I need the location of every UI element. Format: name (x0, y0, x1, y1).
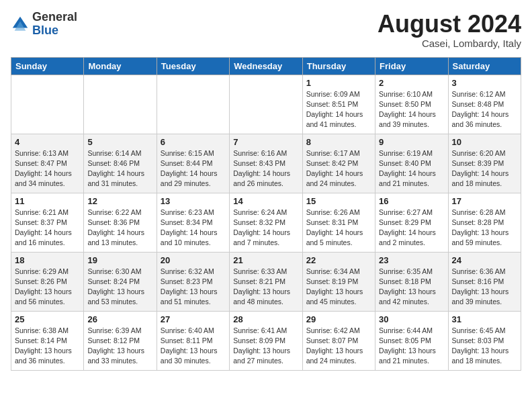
day-info: Sunrise: 6:41 AM Sunset: 8:09 PM Dayligh… (233, 326, 298, 367)
day-number: 10 (452, 137, 517, 147)
day-info: Sunrise: 6:26 AM Sunset: 8:31 PM Dayligh… (306, 208, 371, 248)
calendar-cell: 27Sunrise: 6:40 AM Sunset: 8:11 PM Dayli… (157, 311, 229, 370)
day-number: 6 (161, 137, 226, 147)
calendar-cell: 1Sunrise: 6:09 AM Sunset: 8:51 PM Daylig… (302, 75, 375, 134)
day-info: Sunrise: 6:21 AM Sunset: 8:37 PM Dayligh… (15, 208, 80, 248)
weekday-header-cell: Friday (375, 57, 448, 75)
day-number: 13 (161, 196, 226, 206)
day-info: Sunrise: 6:09 AM Sunset: 8:51 PM Dayligh… (306, 89, 371, 130)
day-number: 23 (379, 255, 444, 265)
day-info: Sunrise: 6:33 AM Sunset: 8:21 PM Dayligh… (233, 267, 298, 308)
day-number: 17 (452, 196, 517, 206)
calendar-cell: 21Sunrise: 6:33 AM Sunset: 8:21 PM Dayli… (230, 252, 302, 311)
day-number: 12 (87, 196, 152, 206)
calendar-cell: 10Sunrise: 6:20 AM Sunset: 8:39 PM Dayli… (448, 134, 521, 193)
day-number: 15 (306, 196, 371, 206)
calendar-cell: 7Sunrise: 6:16 AM Sunset: 8:43 PM Daylig… (230, 134, 302, 193)
day-number: 25 (15, 314, 80, 324)
day-info: Sunrise: 6:13 AM Sunset: 8:47 PM Dayligh… (15, 148, 80, 189)
calendar-week-row: 18Sunrise: 6:29 AM Sunset: 8:26 PM Dayli… (11, 252, 521, 311)
calendar-body: 1Sunrise: 6:09 AM Sunset: 8:51 PM Daylig… (11, 75, 521, 370)
day-info: Sunrise: 6:20 AM Sunset: 8:39 PM Dayligh… (452, 148, 517, 189)
calendar-cell: 29Sunrise: 6:42 AM Sunset: 8:07 PM Dayli… (302, 311, 375, 370)
weekday-header-cell: Tuesday (157, 57, 229, 75)
day-info: Sunrise: 6:30 AM Sunset: 8:24 PM Dayligh… (87, 267, 152, 308)
header: General Blue August 2024 Casei, Lombardy… (11, 11, 521, 49)
logo: General Blue (11, 11, 77, 38)
day-number: 5 (87, 137, 152, 147)
logo-general-text: General (32, 10, 77, 24)
day-info: Sunrise: 6:22 AM Sunset: 8:36 PM Dayligh… (87, 208, 152, 248)
day-number: 4 (15, 137, 80, 147)
day-info: Sunrise: 6:17 AM Sunset: 8:42 PM Dayligh… (306, 148, 371, 189)
day-info: Sunrise: 6:29 AM Sunset: 8:26 PM Dayligh… (15, 267, 80, 308)
weekday-header-cell: Thursday (302, 57, 375, 75)
calendar-cell: 20Sunrise: 6:32 AM Sunset: 8:23 PM Dayli… (157, 252, 229, 311)
calendar-cell (230, 75, 302, 134)
day-number: 1 (306, 78, 371, 88)
day-number: 27 (161, 314, 226, 324)
day-info: Sunrise: 6:19 AM Sunset: 8:40 PM Dayligh… (379, 148, 444, 189)
day-number: 3 (452, 78, 517, 88)
day-info: Sunrise: 6:15 AM Sunset: 8:44 PM Dayligh… (161, 148, 226, 189)
calendar-cell (11, 75, 84, 134)
calendar-cell: 25Sunrise: 6:38 AM Sunset: 8:14 PM Dayli… (11, 311, 84, 370)
calendar-week-row: 11Sunrise: 6:21 AM Sunset: 8:37 PM Dayli… (11, 193, 521, 252)
calendar-cell: 19Sunrise: 6:30 AM Sunset: 8:24 PM Dayli… (84, 252, 157, 311)
calendar-week-row: 25Sunrise: 6:38 AM Sunset: 8:14 PM Dayli… (11, 311, 521, 370)
calendar-cell: 31Sunrise: 6:45 AM Sunset: 8:03 PM Dayli… (448, 311, 521, 370)
weekday-header-cell: Wednesday (230, 57, 302, 75)
day-info: Sunrise: 6:27 AM Sunset: 8:29 PM Dayligh… (379, 208, 444, 248)
day-number: 26 (87, 314, 152, 324)
calendar-cell (84, 75, 157, 134)
month-year-title: August 2024 (378, 11, 521, 38)
day-number: 19 (87, 255, 152, 265)
day-number: 7 (233, 137, 298, 147)
day-number: 22 (306, 255, 371, 265)
day-number: 2 (379, 78, 444, 88)
day-number: 28 (233, 314, 298, 324)
calendar-cell: 15Sunrise: 6:26 AM Sunset: 8:31 PM Dayli… (302, 193, 375, 252)
calendar-cell: 22Sunrise: 6:34 AM Sunset: 8:19 PM Dayli… (302, 252, 375, 311)
day-number: 30 (379, 314, 444, 324)
calendar-cell: 2Sunrise: 6:10 AM Sunset: 8:50 PM Daylig… (375, 75, 448, 134)
day-number: 9 (379, 137, 444, 147)
calendar-cell: 24Sunrise: 6:36 AM Sunset: 8:16 PM Dayli… (448, 252, 521, 311)
logo-icon (11, 15, 30, 34)
day-info: Sunrise: 6:44 AM Sunset: 8:05 PM Dayligh… (379, 326, 444, 367)
day-number: 20 (161, 255, 226, 265)
calendar-cell: 4Sunrise: 6:13 AM Sunset: 8:47 PM Daylig… (11, 134, 84, 193)
calendar-cell: 17Sunrise: 6:28 AM Sunset: 8:28 PM Dayli… (448, 193, 521, 252)
day-info: Sunrise: 6:38 AM Sunset: 8:14 PM Dayligh… (15, 326, 80, 367)
day-info: Sunrise: 6:24 AM Sunset: 8:32 PM Dayligh… (233, 208, 298, 248)
title-block: August 2024 Casei, Lombardy, Italy (378, 11, 521, 49)
calendar-cell: 3Sunrise: 6:12 AM Sunset: 8:48 PM Daylig… (448, 75, 521, 134)
day-info: Sunrise: 6:34 AM Sunset: 8:19 PM Dayligh… (306, 267, 371, 308)
day-info: Sunrise: 6:39 AM Sunset: 8:12 PM Dayligh… (87, 326, 152, 367)
day-number: 16 (379, 196, 444, 206)
weekday-header-cell: Monday (84, 57, 157, 75)
calendar-week-row: 1Sunrise: 6:09 AM Sunset: 8:51 PM Daylig… (11, 75, 521, 134)
day-info: Sunrise: 6:42 AM Sunset: 8:07 PM Dayligh… (306, 326, 371, 367)
calendar-cell: 14Sunrise: 6:24 AM Sunset: 8:32 PM Dayli… (230, 193, 302, 252)
day-info: Sunrise: 6:14 AM Sunset: 8:46 PM Dayligh… (87, 148, 152, 189)
calendar-cell: 12Sunrise: 6:22 AM Sunset: 8:36 PM Dayli… (84, 193, 157, 252)
day-info: Sunrise: 6:16 AM Sunset: 8:43 PM Dayligh… (233, 148, 298, 189)
calendar-cell: 23Sunrise: 6:35 AM Sunset: 8:18 PM Dayli… (375, 252, 448, 311)
logo-blue-text: Blue (32, 24, 58, 37)
calendar-cell: 26Sunrise: 6:39 AM Sunset: 8:12 PM Dayli… (84, 311, 157, 370)
location-subtitle: Casei, Lombardy, Italy (378, 38, 521, 49)
day-number: 31 (452, 314, 517, 324)
day-info: Sunrise: 6:36 AM Sunset: 8:16 PM Dayligh… (452, 267, 517, 308)
day-info: Sunrise: 6:28 AM Sunset: 8:28 PM Dayligh… (452, 208, 517, 248)
day-info: Sunrise: 6:35 AM Sunset: 8:18 PM Dayligh… (379, 267, 444, 308)
day-number: 11 (15, 196, 80, 206)
calendar-cell: 28Sunrise: 6:41 AM Sunset: 8:09 PM Dayli… (230, 311, 302, 370)
calendar-cell: 8Sunrise: 6:17 AM Sunset: 8:42 PM Daylig… (302, 134, 375, 193)
calendar-cell: 6Sunrise: 6:15 AM Sunset: 8:44 PM Daylig… (157, 134, 229, 193)
calendar-week-row: 4Sunrise: 6:13 AM Sunset: 8:47 PM Daylig… (11, 134, 521, 193)
calendar-cell: 9Sunrise: 6:19 AM Sunset: 8:40 PM Daylig… (375, 134, 448, 193)
day-number: 21 (233, 255, 298, 265)
day-info: Sunrise: 6:32 AM Sunset: 8:23 PM Dayligh… (161, 267, 226, 308)
day-number: 29 (306, 314, 371, 324)
